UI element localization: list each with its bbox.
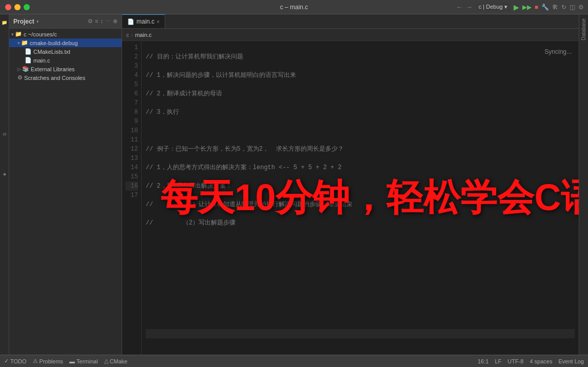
folder-icon: 📁 [15, 31, 22, 37]
code-line-13 [146, 274, 575, 283]
scratches-icon: ⚙ [17, 74, 23, 81]
tree-label: Scratches and Consoles [24, 75, 85, 81]
layout-icon[interactable]: ◫ [570, 4, 575, 11]
cmake-label: CMake [110, 358, 128, 364]
status-cmake[interactable]: △ CMake [104, 358, 128, 364]
code-line-16 [146, 329, 575, 338]
code-line-6: // 例子：已知一个长方形，长为5，宽为2， 求长方形的周长是多少？ [146, 145, 575, 154]
tab-close-button[interactable]: × [156, 19, 160, 25]
problems-label: Problems [40, 358, 63, 364]
cmake-file-icon: 📄 [25, 48, 32, 55]
right-strip: Database [579, 14, 588, 355]
tree-label: CMakeLists.txt [33, 49, 70, 55]
status-todo[interactable]: ✓ TODO [4, 358, 27, 364]
database-label[interactable]: Database [581, 18, 586, 40]
forward-icon[interactable]: → [466, 3, 473, 11]
maximize-button[interactable] [24, 4, 30, 10]
code-text[interactable]: // 目的：让计算机帮我们解决问题 // 1，解决问题的步骤，以计算机能明白的语… [142, 41, 579, 355]
breadcrumb-bar: c › main.c [122, 29, 579, 41]
tree-item-scratches[interactable]: ⚙ Scratches and Consoles [9, 73, 122, 82]
line-numbers: 12345 678910 1112131415 16 17 [122, 41, 142, 355]
window-controls [5, 4, 30, 10]
code-line-3: // 2，翻译成计算机的母语 [146, 89, 575, 98]
tree-item-cmake-build-debug[interactable]: ▾ 📁 cmake-build-debug [9, 38, 122, 47]
todo-icon: ✓ [4, 358, 9, 364]
tree-item-external-libs[interactable]: ▷ 📚 External Libraries [9, 65, 122, 73]
code-line-8: // 2，用C语言写出解决方案： [146, 181, 575, 191]
editor-area: 📄 main.c × c › main.c 12345 678910 11121… [122, 14, 579, 355]
c-file-icon: 📄 [25, 57, 32, 64]
code-line-11 [146, 237, 575, 246]
indent: 4 spaces [530, 358, 552, 364]
code-line-4: // 3，执行 [146, 108, 575, 117]
stop-button[interactable]: ■ [535, 4, 538, 11]
titlebar: c – main.c ← → c | Debug ▾ ▶ ▶▶ ■ 🔧 🛠 ↻ … [0, 0, 588, 14]
syncing-label: Syncing... [544, 48, 572, 55]
todo-label: TODO [10, 358, 27, 364]
folder-icon: 📁 [21, 39, 28, 46]
encoding: UTF-8 [507, 358, 523, 364]
arrow-icon: ▾ [11, 32, 14, 37]
project-icon[interactable]: 📁 [1, 18, 9, 27]
line-ending: LF [495, 358, 501, 364]
build-icon[interactable]: 🔧 [541, 4, 549, 11]
code-line-7: // 1，人的思考方式得出的解决方案：length <-- 5 + 5 + 2 … [146, 163, 575, 172]
favorites-icon[interactable]: ★ [1, 170, 9, 178]
code-line-15 [146, 311, 575, 320]
code-container[interactable]: 12345 678910 1112131415 16 17 // 目的：让计算机… [122, 41, 579, 355]
settings-icon[interactable]: ⚙ [578, 4, 584, 11]
sidebar-toolbar-icons: ⚙ ≡ ↕ ⋯ ⊕ [88, 18, 117, 25]
code-line-12 [146, 255, 575, 264]
config-selector[interactable]: c | Debug ▾ [476, 3, 511, 11]
status-right: 16:1 LF UTF-8 4 spaces Event Log [478, 358, 584, 364]
terminal-icon: ▬ [69, 358, 75, 364]
sidebar-title: Project [13, 18, 34, 25]
list-icon[interactable]: ≡ [95, 18, 98, 25]
sort-icon[interactable]: ↕ [101, 18, 104, 25]
code-line-14 [146, 292, 575, 301]
debug-button[interactable]: ▶▶ [522, 4, 532, 11]
code-line-2: // 1，解决问题的步骤，以计算机能明白的语言写出来 [146, 71, 575, 80]
tree-label: cmake-build-debug [30, 40, 78, 46]
breadcrumb-item-c[interactable]: c [126, 32, 129, 38]
editor-tab-mainc[interactable]: 📄 main.c × [122, 14, 165, 28]
problems-icon: ⚠ [33, 358, 38, 364]
close-button[interactable] [5, 4, 11, 10]
more-icon[interactable]: ⋯ [105, 18, 111, 25]
arrow-icon: ▷ [17, 67, 21, 72]
minimize-button[interactable] [14, 4, 21, 10]
window-title: c – main.c [280, 4, 308, 11]
external-libs-icon: 📚 [22, 66, 29, 72]
tree-label: main.c [33, 57, 50, 64]
status-problems[interactable]: ⚠ Problems [33, 358, 63, 364]
sidebar-dropdown-icon[interactable]: ▾ [36, 19, 39, 24]
status-bar: ✓ TODO ⚠ Problems ▬ Terminal △ CMake 16:… [0, 355, 588, 367]
structure-icon[interactable]: S [1, 130, 9, 138]
sidebar: Project ▾ ⚙ ≡ ↕ ⋯ ⊕ ▾ 📁 c ~/courses/c ▾ … [9, 14, 122, 355]
cmake-icon[interactable]: 🛠 [552, 4, 558, 11]
cmake-warning-icon: △ [104, 358, 108, 364]
tab-file-icon: 📄 [127, 18, 134, 25]
tree-item-mainc[interactable]: 📄 main.c [9, 56, 122, 65]
breadcrumb-item-mainc[interactable]: main.c [135, 32, 151, 38]
terminal-label: Terminal [76, 358, 98, 364]
tree-label: c ~/courses/c [24, 31, 57, 37]
collapse-icon[interactable]: ⊕ [113, 18, 117, 25]
sidebar-header: Project ▾ ⚙ ≡ ↕ ⋯ ⊕ [9, 14, 122, 29]
left-icon-strip: 📁 S ★ [0, 14, 9, 355]
tree-item-cmakelists[interactable]: 📄 CMakeLists.txt [9, 47, 122, 56]
refresh-icon[interactable]: ↻ [561, 4, 566, 11]
arrow-icon: ▾ [17, 40, 20, 46]
cursor-position: 16:1 [478, 358, 488, 364]
tab-label: main.c [136, 18, 154, 25]
event-log[interactable]: Event Log [558, 358, 584, 364]
run-button[interactable]: ▶ [514, 3, 519, 11]
breadcrumb-separator: › [131, 32, 133, 38]
code-line-1: // 目的：让计算机帮我们解决问题 [146, 52, 575, 62]
tree-label: External Libraries [31, 66, 75, 72]
status-terminal[interactable]: ▬ Terminal [69, 358, 98, 364]
back-icon[interactable]: ← [456, 3, 463, 11]
code-line-17 [146, 348, 575, 355]
tree-item-root[interactable]: ▾ 📁 c ~/courses/c [9, 30, 122, 38]
gear-icon[interactable]: ⚙ [88, 18, 93, 25]
